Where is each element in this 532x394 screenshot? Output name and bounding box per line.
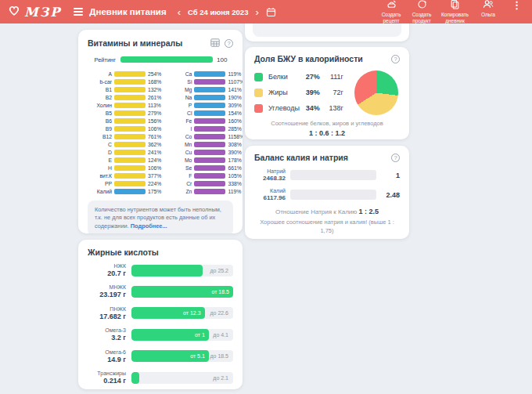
vitamin-percent: 119% [225,189,241,194]
fatty-acid-row: МНЖК 23.197 г от 18.5 [88,284,233,298]
vitamin-row: PP 224% [88,179,161,187]
vitamin-row: C 362% [88,140,161,148]
vitamin-row: b-car 168% [88,78,161,85]
action-label: Ольга [481,12,495,18]
vitamin-row: B12 761% [88,132,161,140]
calendar-icon[interactable] [266,7,276,17]
vitamin-percent: 362% [146,142,161,147]
more-link[interactable]: Подробнее... [131,222,167,230]
vitamin-row: Калий 175% [88,187,161,195]
fatty-acid-bar: до 25.2 [131,265,233,277]
fatty-acid-row: Омега-6 14.9 г от 5.1 до 18.5 [88,349,233,363]
vitamin-percent: 168% [146,79,161,85]
vitamin-bar [194,157,225,163]
vitamin-percent: 141% [225,87,241,92]
vitamin-row: B2 261% [88,93,161,101]
vitamin-bar [194,103,225,108]
vitamin-label: P [167,103,194,108]
vitamin-percent: 154% [225,110,241,116]
create-product-button[interactable]: Создать продукт [411,0,433,24]
fatty-acid-name: Трансжиры [88,371,126,377]
vitamin-bar [194,71,225,77]
vitamin-label: B5 [88,110,114,116]
vitamin-row: Fe 160% [167,117,243,125]
vitamins-title: Витамины и минералы [88,38,182,48]
vitamin-percent: 160% [225,118,241,124]
user-menu-button[interactable]: Ольга [477,0,499,18]
help-icon[interactable]: ? [225,39,233,48]
vitamin-label: Холин [88,103,114,108]
vitamin-label: B12 [88,134,114,139]
fatty-acid-row: Трансжиры 0.214 г до 2.1 [88,371,233,385]
vitamin-percent: 175% [146,189,161,194]
sodium-potassium-card: Баланс калия и натрия ? Натрий 2468.32 1… [245,146,409,239]
table-view-icon[interactable] [210,36,220,50]
copy-diary-button[interactable]: Копировать дневник [441,0,469,24]
page: МЗР Дневник питания ‹ Сб 24 июня 2023 › … [0,0,532,394]
mineral-amount: 6117.96 [254,194,286,201]
vitamin-bar [114,142,146,147]
vitamin-bar [114,95,146,100]
vitamin-percent: 254% [146,71,161,77]
vitamin-percent: 285% [225,126,241,132]
prev-day-button[interactable]: ‹ [176,7,182,17]
vitamin-label: b-car [88,79,114,85]
vitamin-bar [194,134,225,139]
bju-card: Доля БЖУ в калорийности ? Белки 27% 111г… [245,47,409,139]
fatty-acid-name: Омега-3 [88,327,126,334]
next-day-button[interactable]: › [253,7,260,17]
legend-row: Углеводы 34% 138г [254,100,343,116]
bju-pie-chart [354,70,398,115]
fatty-acid-bar: от 12.3 до 22.6 [131,307,233,319]
page-title: Дневник питания [89,7,166,16]
legend-grams: 138г [320,104,343,112]
nak-note: Хорошее соотношение натрия и калия! (выш… [254,219,400,234]
mineral-bar [290,170,376,180]
mineral-amount: 2468.32 [254,175,286,182]
fatty-acid-min-label: от 5.1 [190,353,205,359]
vitamin-bar [194,181,225,186]
legend-label: Белки [268,73,300,81]
vitamin-label: B2 [88,95,114,100]
fatty-acid-value: 23.197 г [88,291,126,298]
vitamin-bar [114,189,146,194]
vitamin-label: Mg [167,87,194,92]
vitamin-label: Si [167,79,194,85]
fatty-acid-value: 20.7 г [88,269,126,277]
fatty-acid-value: 17.682 г [88,313,126,320]
vitamin-bar [114,110,146,116]
legend-swatch [254,73,263,81]
vitamins-right-list: Ca 119% Si 1107% Mg 141% Na 190% P 309% … [167,70,243,195]
fatty-acid-row: ПНЖК 17.682 г от 12.3 до 22.6 [88,306,233,320]
action-label: Копировать [441,12,469,18]
create-recipe-button[interactable]: Создать рецепт [380,0,402,24]
fatty-acid-value: 14.9 г [88,356,126,363]
vitamin-row: I 285% [167,125,243,132]
vitamin-label: Se [167,165,194,171]
vitamin-percent: 761% [146,134,161,139]
vitamin-label: Mo [167,157,194,163]
legend-swatch [254,104,263,113]
vitamin-row: Cl 154% [167,109,243,117]
fatty-acid-name: МНЖК [88,284,126,291]
vitamin-label: Cl [167,110,194,116]
fatty-acid-row: Омега-3 3.2 г от 1 до 4.1 [88,327,233,342]
hamburger-menu-icon[interactable] [74,8,83,16]
legend-row: Белки 27% 111г [254,69,343,85]
vitamins-left-list: A 254% b-car 168% B1 132% B2 261% Холин … [88,70,161,195]
rating-bar [120,56,213,63]
vitamin-bar [194,165,225,171]
app-logo[interactable]: МЗР [8,5,61,20]
vitamin-label: F [167,173,194,179]
product-icon [417,0,427,12]
vitamin-row: H 106% [88,164,161,172]
vitamin-row: Холин 113% [88,101,161,109]
action-label: Создать [412,12,432,18]
more-options-icon[interactable]: ⋮ [509,0,524,11]
fatty-acid-bar: от 18.5 [131,286,233,298]
user-icon [483,0,494,12]
vitamin-label: Cr [167,181,194,186]
help-icon[interactable]: ? [391,154,400,162]
legend-percent: 39% [300,89,320,96]
help-icon[interactable]: ? [391,55,400,63]
